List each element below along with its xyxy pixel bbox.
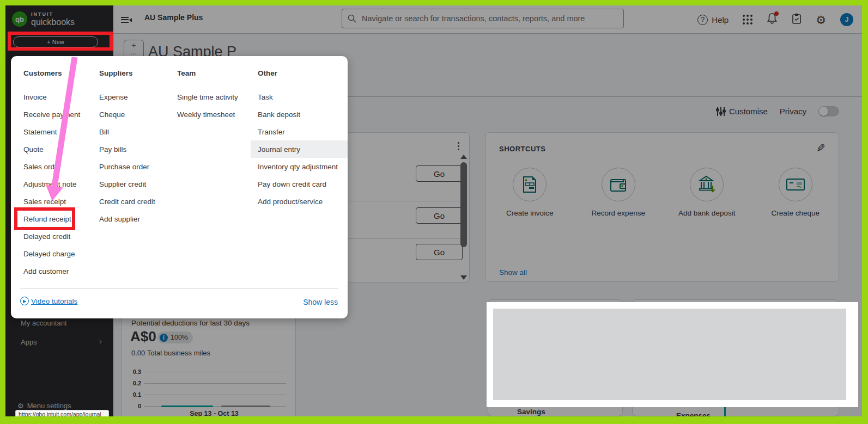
menu-item-expense[interactable]: Expense [99, 88, 155, 106]
menu-item-journal-entry[interactable]: Journal entry [258, 140, 338, 158]
show-less-link[interactable]: Show less [303, 298, 338, 306]
menu-column-customers: Customers Invoice Receive payment Statem… [23, 69, 80, 280]
menu-item-invoice[interactable]: Invoice [23, 88, 80, 106]
annotation-box-new-button [8, 32, 113, 51]
redaction-box [487, 302, 858, 407]
column-title: Team [177, 69, 238, 80]
menu-item-sales-order[interactable]: Sales order [23, 158, 80, 175]
column-title: Suppliers [99, 69, 155, 80]
annotation-box-refund-receipt [14, 207, 75, 230]
menu-column-team: Team Single time activity Weekly timeshe… [177, 69, 238, 123]
menu-column-suppliers: Suppliers Expense Cheque Bill Pay bills … [99, 69, 155, 228]
menu-item-weekly-timesheet[interactable]: Weekly timesheet [177, 106, 238, 123]
quickbooks-window: qb INTUIT quickbooks + New My accountant… [5, 5, 862, 416]
menu-item-add-supplier[interactable]: Add supplier [99, 210, 155, 228]
menu-item-purchase-order[interactable]: Purchase order [99, 158, 155, 175]
menu-footer-divider [20, 288, 338, 289]
annotation-frame: qb INTUIT quickbooks + New My accountant… [0, 0, 868, 424]
menu-item-supplier-credit[interactable]: Supplier credit [99, 175, 155, 193]
menu-item-receive-payment[interactable]: Receive payment [23, 106, 80, 123]
menu-item-pay-bills[interactable]: Pay bills [99, 140, 155, 158]
menu-item-statement[interactable]: Statement [23, 123, 80, 140]
menu-item-credit-card-credit[interactable]: Credit card credit [99, 193, 155, 210]
column-title: Other [258, 69, 338, 80]
menu-item-inventory-qty-adjustment[interactable]: Inventory qty adjustment [258, 158, 338, 175]
new-transaction-menu: Customers Invoice Receive payment Statem… [11, 56, 348, 318]
menu-item-task[interactable]: Task [258, 88, 338, 106]
menu-item-quote[interactable]: Quote [23, 140, 80, 158]
menu-item-add-product-service[interactable]: Add product/service [258, 193, 338, 210]
menu-item-single-time-activity[interactable]: Single time activity [177, 88, 238, 106]
menu-item-pay-down-credit-card[interactable]: Pay down credit card [258, 175, 338, 193]
menu-item-transfer[interactable]: Transfer [258, 123, 338, 140]
menu-item-adjustment-note[interactable]: Adjustment note [23, 175, 80, 193]
menu-item-delayed-charge[interactable]: Delayed charge [23, 245, 80, 262]
menu-column-other: Other Task Bank deposit Transfer Journal… [258, 69, 338, 210]
video-tutorials-link[interactable]: ▶ Video tutorials [20, 297, 77, 305]
status-url-tooltip: https://qbo.intuit.com/app/journal [15, 410, 109, 416]
menu-item-cheque[interactable]: Cheque [99, 106, 155, 123]
column-title: Customers [23, 69, 80, 80]
play-icon: ▶ [20, 297, 29, 305]
menu-item-add-customer[interactable]: Add customer [23, 262, 80, 280]
menu-item-bank-deposit[interactable]: Bank deposit [258, 106, 338, 123]
menu-item-bill[interactable]: Bill [99, 123, 155, 140]
